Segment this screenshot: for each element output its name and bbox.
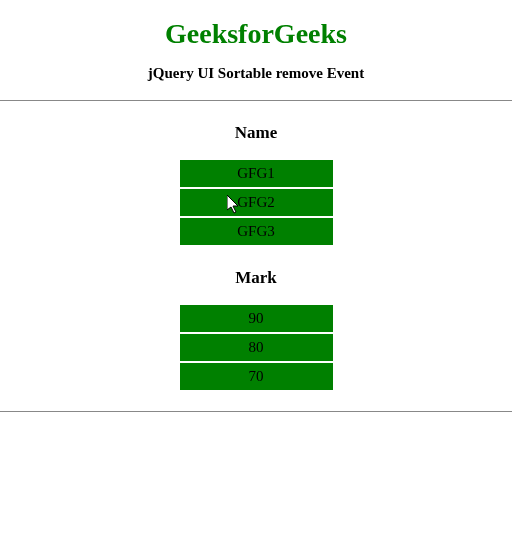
list2-heading: Mark bbox=[0, 268, 512, 288]
list-item[interactable]: 90 bbox=[179, 304, 334, 333]
sortable-list-name[interactable]: GFG1GFG2GFG3 bbox=[179, 159, 334, 246]
list-item[interactable]: 70 bbox=[179, 362, 334, 391]
divider-top bbox=[0, 100, 512, 101]
page-title: GeeksforGeeks bbox=[0, 18, 512, 50]
list-item[interactable]: GFG1 bbox=[179, 159, 334, 188]
list-item[interactable]: 80 bbox=[179, 333, 334, 362]
list-item[interactable]: GFG3 bbox=[179, 217, 334, 246]
page-subtitle: jQuery UI Sortable remove Event bbox=[0, 65, 512, 82]
divider-bottom bbox=[0, 411, 512, 412]
sortable-list-mark[interactable]: 908070 bbox=[179, 304, 334, 391]
list1-heading: Name bbox=[0, 123, 512, 143]
list-item[interactable]: GFG2 bbox=[179, 188, 334, 217]
page: GeeksforGeeks jQuery UI Sortable remove … bbox=[0, 0, 512, 412]
